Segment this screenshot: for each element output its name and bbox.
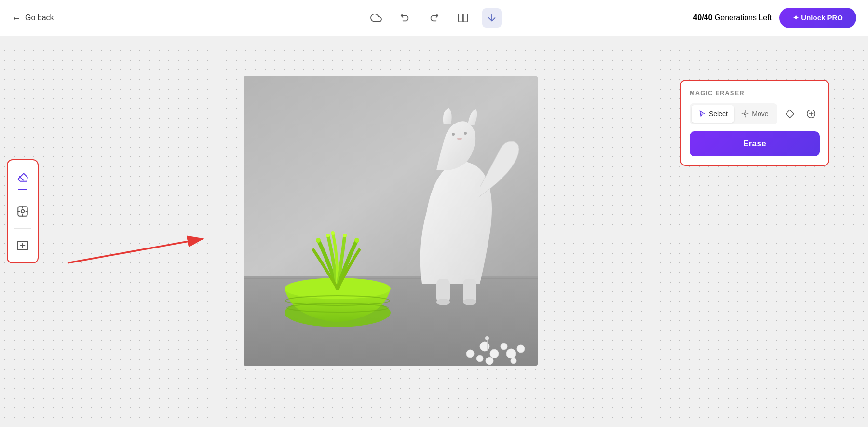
move-icon — [741, 110, 749, 118]
svg-point-23 — [466, 350, 474, 358]
svg-point-20 — [436, 299, 450, 305]
diamond-eraser-button[interactable] — [781, 105, 799, 123]
redo-button[interactable] — [424, 8, 444, 28]
add-object-tool-button[interactable] — [12, 234, 34, 257]
svg-point-32 — [485, 336, 489, 340]
svg-line-34 — [68, 239, 203, 263]
select-cursor-icon — [698, 110, 706, 118]
svg-point-9 — [326, 234, 330, 237]
scene-svg — [244, 76, 538, 366]
diamond-icon — [785, 109, 795, 119]
svg-point-12 — [354, 238, 359, 243]
move-tool-button[interactable]: Move — [734, 105, 775, 123]
svg-point-21 — [463, 299, 476, 305]
eraser-icon — [16, 171, 29, 183]
svg-point-16 — [464, 132, 467, 135]
compare-icon — [458, 13, 468, 23]
sidebar-divider-2 — [14, 228, 31, 229]
canvas-area: MAGIC ERASER Select Move — [0, 36, 868, 427]
svg-point-38 — [744, 113, 746, 115]
cloud-button[interactable] — [366, 8, 386, 28]
svg-point-17 — [457, 138, 462, 140]
move-label: Move — [752, 110, 768, 118]
undo-button[interactable] — [395, 8, 415, 28]
magic-box-icon — [16, 205, 29, 218]
plus-circle-icon — [806, 109, 816, 119]
svg-point-8 — [316, 238, 321, 243]
header-center-controls — [366, 8, 502, 28]
magic-box-tool-button[interactable] — [12, 200, 34, 222]
svg-point-22 — [480, 342, 489, 351]
select-label: Select — [709, 110, 728, 118]
svg-rect-0 — [459, 14, 462, 22]
panel-title: MAGIC ERASER — [690, 89, 820, 96]
magic-eraser-panel: MAGIC ERASER Select Move — [680, 80, 829, 166]
undo-icon — [400, 13, 410, 23]
erase-button[interactable]: Erase — [690, 131, 820, 156]
main-image-container — [244, 76, 538, 366]
sidebar-divider-1 — [14, 194, 31, 194]
add-object-icon — [16, 239, 29, 252]
svg-point-28 — [486, 357, 493, 365]
main-image[interactable] — [244, 76, 538, 366]
back-arrow-icon: ← — [12, 13, 21, 24]
svg-point-27 — [476, 355, 483, 362]
cloud-icon — [370, 12, 382, 24]
svg-point-26 — [506, 349, 516, 358]
svg-point-24 — [490, 349, 499, 358]
redo-icon — [429, 13, 439, 23]
svg-point-30 — [517, 345, 525, 353]
select-move-group: Select Move — [690, 103, 777, 124]
left-sidebar — [7, 159, 39, 263]
eraser-tool-button[interactable] — [12, 166, 34, 188]
go-back-button[interactable]: ← Go back — [12, 13, 54, 24]
svg-point-11 — [343, 234, 347, 237]
generations-counter: 40/40 Generations Left — [693, 14, 772, 22]
svg-point-10 — [331, 231, 335, 235]
panel-tools: Select Move — [690, 103, 820, 124]
svg-point-29 — [511, 358, 516, 364]
svg-rect-1 — [463, 14, 467, 22]
header: ← Go back — [0, 0, 868, 36]
arrow-annotation — [39, 157, 241, 311]
go-back-label: Go back — [25, 14, 54, 22]
svg-point-15 — [452, 133, 455, 136]
download-icon — [487, 13, 497, 23]
select-tool-button[interactable]: Select — [692, 105, 734, 123]
add-selection-button[interactable] — [802, 105, 820, 123]
header-right: 40/40 Generations Left ✦ Unlock PRO — [693, 8, 856, 28]
download-button[interactable] — [482, 8, 502, 28]
unlock-pro-button[interactable]: ✦ Unlock PRO — [779, 8, 856, 28]
compare-button[interactable] — [453, 8, 473, 28]
svg-point-36 — [21, 210, 25, 213]
svg-point-25 — [501, 343, 507, 350]
